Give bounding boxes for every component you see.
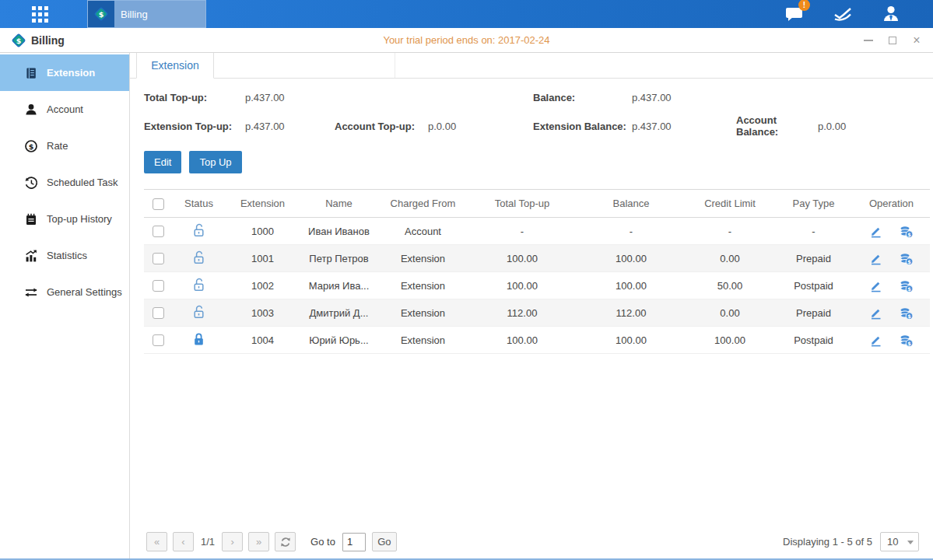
cell-charged-from: Extension	[378, 272, 468, 299]
line-chart-icon	[833, 5, 853, 23]
table-header-row: Status Extension Name Charged From Total…	[144, 190, 930, 218]
cell-total-topup: 100.00	[468, 272, 577, 299]
sidebar-item-scheduled-task[interactable]: Scheduled Task	[0, 164, 129, 201]
taskbar-tab-billing[interactable]: Billing	[87, 0, 206, 28]
go-button[interactable]: Go	[372, 532, 397, 551]
minimize-button[interactable]	[863, 35, 874, 46]
cell-pay-type: Postpaid	[774, 327, 853, 354]
account-topup-value: p.0.00	[428, 121, 456, 132]
rate-icon: $	[23, 138, 38, 153]
sidebar-item-statistics[interactable]: Statistics	[0, 237, 129, 274]
top-up-row-icon[interactable]	[900, 334, 914, 347]
sidebar-item-extension[interactable]: Extension	[0, 54, 129, 91]
row-checkbox[interactable]	[153, 253, 164, 264]
row-checkbox[interactable]	[153, 280, 164, 292]
sidebar-item-general-settings[interactable]: General Settings	[0, 274, 129, 310]
user-icon	[881, 4, 901, 24]
refresh-button[interactable]	[275, 532, 296, 551]
lock-open-icon	[192, 278, 205, 292]
goto-page-input[interactable]	[342, 533, 366, 551]
select-all-checkbox[interactable]	[153, 198, 164, 210]
next-page-button[interactable]: ›	[222, 532, 243, 551]
extension-topup-label: Extension Top-up:	[144, 121, 245, 132]
first-page-button[interactable]: «	[146, 532, 167, 551]
sidebar-item-account[interactable]: Account	[0, 91, 129, 128]
sidebar-item-topup-history[interactable]: Top-up History	[0, 201, 129, 237]
cell-pay-type: Postpaid	[774, 272, 853, 299]
edit-row-icon[interactable]	[869, 224, 882, 238]
goto-label: Go to	[310, 536, 335, 548]
billing-window-icon	[11, 33, 26, 48]
edit-row-icon[interactable]	[869, 333, 882, 347]
sidebar-item-rate[interactable]: $ Rate	[0, 128, 129, 164]
apps-grid-icon	[32, 6, 48, 23]
cell-extension: 1004	[226, 327, 300, 354]
top-up-row-icon[interactable]	[900, 279, 914, 292]
edit-row-icon[interactable]	[869, 306, 882, 320]
table-row: 1002 Мария Ива... Extension 100.00 100.0…	[144, 272, 930, 299]
edit-button[interactable]: Edit	[144, 151, 181, 173]
cell-charged-from: Account	[378, 218, 468, 245]
sidebar-item-label: General Settings	[47, 286, 122, 298]
col-pay-type: Pay Type	[774, 190, 853, 218]
billing-app-icon	[88, 1, 114, 27]
prev-page-button[interactable]: ‹	[173, 532, 194, 551]
close-button[interactable]: ×	[911, 35, 922, 46]
col-status: Status	[172, 190, 226, 218]
top-up-row-icon[interactable]	[900, 225, 914, 238]
app-launcher-button[interactable]	[22, 0, 58, 28]
total-topup-label: Total Top-up:	[144, 92, 245, 103]
taskbar: Billing !	[0, 0, 933, 28]
displaying-range-text: Displaying 1 - 5 of 5	[783, 536, 872, 548]
cell-extension: 1001	[226, 245, 300, 272]
edit-row-icon[interactable]	[869, 278, 882, 292]
trial-period-notice: Your trial period ends on: 2017-02-24	[0, 34, 933, 46]
cell-name: Юрий Юрь...	[300, 327, 378, 354]
col-extension: Extension	[226, 190, 300, 218]
lock-open-icon	[192, 305, 205, 319]
sidebar-item-label: Statistics	[47, 250, 87, 261]
general-settings-icon	[23, 285, 38, 299]
chevron-down-icon	[907, 541, 914, 544]
maximize-button[interactable]	[887, 35, 898, 46]
notifications-button[interactable]: !	[782, 4, 807, 24]
extension-balance-value: p.437.00	[632, 121, 736, 132]
sidebar-item-label: Scheduled Task	[47, 177, 118, 188]
cell-balance: 100.00	[577, 327, 686, 354]
tab-extension[interactable]: Extension	[136, 53, 214, 79]
cell-credit-limit: 50.00	[686, 272, 774, 299]
lock-closed-icon	[192, 332, 205, 346]
sidebar-item-label: Extension	[47, 67, 95, 79]
top-up-row-icon[interactable]	[900, 306, 914, 320]
top-up-button[interactable]: Top Up	[189, 151, 241, 173]
window-titlebar: Billing Your trial period ends on: 2017-…	[0, 28, 933, 53]
tab-strip-divider	[214, 53, 395, 78]
pagination-bar: « ‹ 1/1 › » Go to Go	[146, 532, 919, 551]
page-size-select[interactable]: 10	[880, 532, 919, 551]
summary-row-2: Extension Top-up: p.437.00 Account Top-u…	[144, 114, 922, 138]
extension-balance-label: Extension Balance:	[533, 121, 632, 132]
col-charged-from: Charged From	[378, 190, 468, 218]
sidebar-item-label: Account	[47, 103, 83, 115]
resource-monitor-button[interactable]	[830, 4, 855, 24]
cell-balance: -	[577, 218, 686, 245]
last-page-button[interactable]: »	[248, 532, 269, 551]
row-checkbox[interactable]	[153, 334, 164, 346]
edit-row-icon[interactable]	[869, 251, 882, 265]
table-row: 1003 Дмитрий Д... Extension 112.00 112.0…	[144, 299, 930, 327]
row-checkbox[interactable]	[153, 307, 164, 319]
toolbar: Edit Top Up	[144, 151, 922, 173]
account-topup-label: Account Top-up:	[335, 121, 428, 132]
balance-value: p.437.00	[632, 92, 672, 103]
refresh-icon	[280, 537, 291, 548]
cell-charged-from: Extension	[378, 327, 468, 354]
user-account-button[interactable]	[879, 4, 903, 24]
top-up-row-icon[interactable]	[900, 252, 914, 265]
cell-charged-from: Extension	[378, 245, 468, 272]
cell-charged-from: Extension	[378, 299, 468, 327]
lock-open-icon	[192, 250, 205, 264]
col-credit-limit: Credit Limit	[686, 190, 774, 218]
lock-open-icon	[192, 223, 205, 237]
page-indicator: 1/1	[201, 536, 215, 548]
row-checkbox[interactable]	[153, 226, 164, 237]
